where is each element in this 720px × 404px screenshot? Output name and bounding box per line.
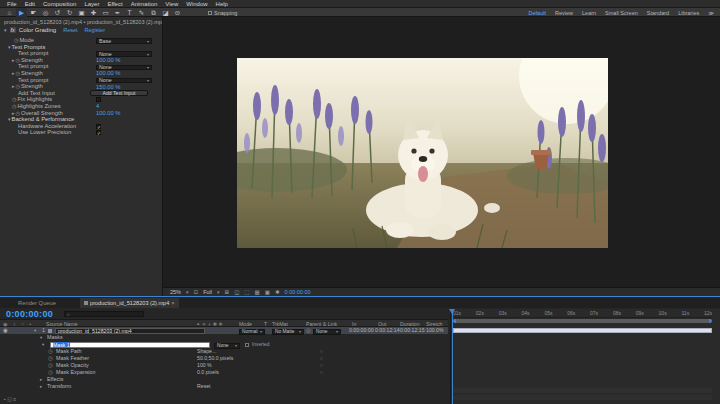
layer-out-value[interactable]: 0:00:12:14 — [375, 327, 400, 334]
grid-guides-icon[interactable]: ⊞ — [225, 289, 230, 295]
layer-color-swatch[interactable] — [48, 329, 52, 333]
close-icon[interactable]: × — [171, 300, 175, 306]
menu-view[interactable]: View — [162, 0, 181, 8]
menu-help[interactable]: Help — [213, 0, 231, 8]
snapping-checkbox[interactable] — [208, 11, 212, 15]
effect-controls-panel: production_id_5128203 (2).mp4 • producti… — [0, 17, 163, 296]
twirl-right-icon[interactable]: ▸ — [40, 383, 42, 390]
mask-1-row[interactable]: ▾ Mask 1 None▾ Inverted — [0, 341, 448, 348]
clone-stamp-tool-icon[interactable]: ⧉ — [148, 8, 159, 17]
tab-render-queue[interactable]: Render Queue — [18, 300, 56, 306]
magnification-caret-icon[interactable]: ▾ — [186, 289, 189, 295]
use-lower-precision-checkbox[interactable] — [96, 130, 101, 135]
rotation-tool-icon[interactable]: ↻ — [64, 8, 75, 17]
timeline-search-input[interactable]: ⌕ — [64, 311, 144, 317]
mask-name-edit-field[interactable]: Mask 1 — [50, 342, 210, 348]
menu-edit[interactable]: Edit — [22, 0, 38, 8]
pen-tool-icon[interactable]: ✒ — [112, 8, 123, 17]
eraser-tool-icon[interactable]: ◪ — [160, 8, 171, 17]
menu-effect[interactable]: Effect — [104, 0, 125, 8]
hand-tool-icon[interactable]: ☛ — [28, 8, 39, 17]
effect-reset-link[interactable]: Reset — [63, 27, 77, 33]
orbit-camera-tool-icon[interactable]: ↺ — [52, 8, 63, 17]
camera-tool-icon[interactable]: ▣ — [76, 8, 87, 17]
layer-row-1[interactable]: ◉ ▾ 1 production_id_5128203 (2).mp4 Norm… — [0, 327, 448, 334]
preview-timecode[interactable]: 0:00:00:00 — [285, 289, 311, 295]
effects-group-row[interactable]: ▸ Effects — [0, 376, 448, 383]
menu-animation[interactable]: Animation — [128, 0, 161, 8]
selection-tool-icon[interactable]: ▶ — [16, 8, 27, 17]
workspace-standard[interactable]: Standard — [647, 10, 669, 16]
stopwatch-icon[interactable]: ◷ — [48, 348, 53, 355]
menu-composition[interactable]: Composition — [40, 0, 79, 8]
mask-opacity-row[interactable]: ◷ Mask Opacity 100 % ○ — [0, 362, 448, 369]
current-timecode[interactable]: 0:00:00:00 — [6, 309, 53, 319]
workspace-small-screen[interactable]: Small Screen — [605, 10, 638, 16]
twirl-down-icon[interactable]: ▾ — [42, 341, 44, 348]
mask-feather-row[interactable]: ◷ Mask Feather 50.0,50.0 pixels ○ — [0, 355, 448, 362]
stopwatch-icon[interactable]: ◷ — [48, 355, 53, 362]
magnification-dropdown[interactable]: 25% — [170, 289, 181, 295]
masks-group-row[interactable]: ▾ Masks — [0, 334, 448, 341]
menu-window[interactable]: Window — [183, 0, 210, 8]
keyframe-dot-icon[interactable]: ○ — [320, 369, 323, 376]
layer-duration-bar[interactable] — [453, 328, 712, 333]
stopwatch-icon[interactable]: ◷ — [48, 369, 53, 376]
parent-pickwhip-icon[interactable]: ◎ — [306, 327, 311, 334]
snapping-toggle[interactable]: Snapping — [208, 8, 237, 17]
mask-inverted-checkbox[interactable] — [245, 343, 249, 347]
mask-path-row[interactable]: ◷ Mask Path Shape... ○ — [0, 348, 448, 355]
layer-visibility-eye-icon[interactable]: ◉ — [3, 327, 8, 334]
transparency-grid-icon[interactable]: ▦ — [255, 289, 260, 295]
twirl-right-icon[interactable]: ▸ — [40, 376, 42, 383]
current-time-indicator[interactable] — [452, 309, 453, 404]
menu-layer[interactable]: Layer — [81, 0, 102, 8]
puppet-pin-tool-icon[interactable]: ⊙ — [172, 8, 183, 17]
ec-group-backend-performance[interactable]: ▾Backend & Performance — [0, 113, 162, 120]
layer-in-value[interactable]: 0:00:00:00 — [349, 327, 374, 334]
transform-reset-link[interactable]: Reset — [197, 383, 211, 390]
workspace-learn[interactable]: Learn — [582, 10, 596, 16]
home-tool-icon[interactable]: ⌂ — [4, 8, 15, 17]
effect-name[interactable]: Color Grading — [19, 27, 56, 33]
fit-icon[interactable]: ⊡ — [194, 289, 199, 295]
mask-visibility-icon[interactable]: ◫ — [234, 289, 239, 295]
time-ruler[interactable]: 01s 02s 03s 04s 05s 06s 07s 08s 09s 10s … — [453, 309, 712, 318]
layer-name-field[interactable]: production_id_5128203 (2).mp4 — [55, 328, 205, 334]
effect-register-link[interactable]: Register — [85, 27, 105, 33]
shape-tool-icon[interactable]: ▭ — [100, 8, 111, 17]
menu-file[interactable]: File — [4, 0, 20, 8]
resolution-caret-icon[interactable]: ▾ — [217, 289, 220, 295]
workspace-overflow-icon[interactable]: ≫ — [708, 10, 714, 16]
stopwatch-icon[interactable]: ◷ — [48, 362, 53, 369]
workspace-review[interactable]: Review — [555, 10, 573, 16]
type-tool-icon[interactable]: T — [124, 8, 135, 17]
pan-behind-tool-icon[interactable]: ✚ — [88, 8, 99, 17]
mask-path-value[interactable]: Shape... — [197, 348, 216, 355]
work-area-bar[interactable] — [453, 319, 712, 323]
workspace-libraries[interactable]: Libraries — [678, 10, 699, 16]
mask-opacity-value[interactable]: 100 % — [197, 362, 212, 369]
twirl-down-icon[interactable]: ▾ — [40, 334, 42, 341]
keyframe-dot-icon[interactable]: ○ — [320, 355, 323, 362]
snapshot-camera-icon[interactable]: ▣ — [265, 289, 270, 295]
mask-expansion-value[interactable]: 0.0 pixels — [197, 369, 219, 376]
layer-twirl-icon[interactable]: ▾ — [34, 327, 36, 334]
ec-group-text-prompts[interactable]: ▾Text Prompts — [0, 41, 162, 48]
timeline-toggle-icons[interactable]: ▪ ◱ ≡ — [4, 396, 16, 402]
exposure-gear-icon[interactable]: ✱ — [275, 289, 280, 295]
keyframe-dot-icon[interactable]: ○ — [320, 348, 323, 355]
workspace-default[interactable]: Default — [529, 10, 546, 16]
keyframe-dot-icon[interactable]: ○ — [320, 362, 323, 369]
transform-group-row[interactable]: ▸ Transform Reset — [0, 383, 448, 390]
ec-row-strength-1: ▸◷Strength 100.00 % — [0, 54, 162, 61]
region-of-interest-icon[interactable]: ⬚ — [244, 289, 249, 295]
brush-tool-icon[interactable]: ✎ — [136, 8, 147, 17]
mask-feather-value[interactable]: 50.0,50.0 pixels — [197, 355, 233, 362]
zoom-tool-icon[interactable]: ◎ — [40, 8, 51, 17]
layer-stretch-value[interactable]: 100.0% — [426, 327, 444, 334]
mask-expansion-row[interactable]: ◷ Mask Expansion 0.0 pixels ○ — [0, 369, 448, 376]
twirl-down-icon[interactable]: ▾ — [4, 27, 7, 33]
tab-timeline-comp[interactable]: production_id_5128203 (2).mp4 × — [80, 298, 179, 308]
resolution-dropdown[interactable]: Full — [203, 289, 212, 295]
